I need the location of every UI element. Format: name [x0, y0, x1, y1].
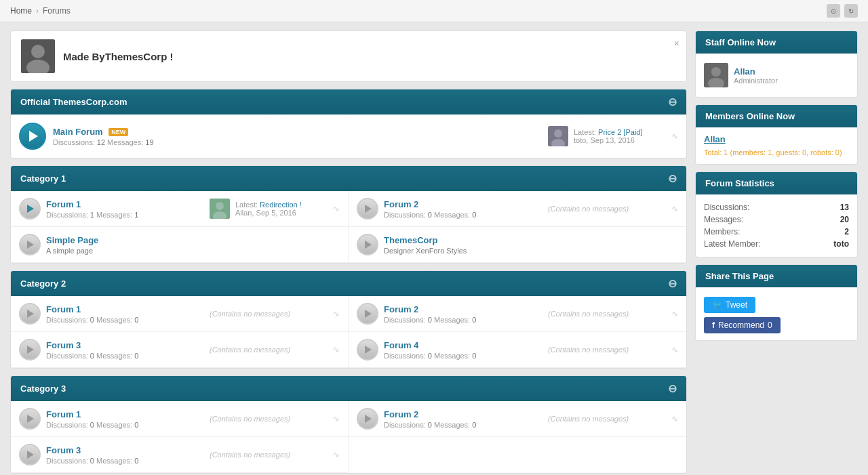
themescorp-name[interactable]: ThemesCorp: [384, 235, 437, 245]
share-section: Share This Page 🐦 Tweet f Recommend 0: [695, 264, 858, 341]
category-1-title: Category 1: [20, 173, 66, 184]
cat2-f1-info: Forum 1 Discussions: 0 Messages: 0: [46, 304, 199, 324]
stats-messages-value: 20: [840, 215, 849, 224]
staff-online-header: Staff Online Now: [696, 31, 857, 54]
staff-online-body: Allan Administrator: [696, 54, 857, 97]
forum-2-name[interactable]: Forum 2: [384, 199, 418, 209]
breadcrumb: Home › Forums ⊙ ↻: [0, 0, 868, 22]
cat3-f3-rss-icon[interactable]: ∿: [333, 450, 340, 459]
cat3-f3-no-messages: (Contains no messages) ∿: [204, 450, 340, 459]
stats-members: Members: 2: [704, 226, 849, 238]
cat3-f1-rss-icon[interactable]: ∿: [333, 414, 340, 424]
category-2-header: Category 2 ⊖: [11, 271, 686, 296]
forum-1-info: Forum 1 Discussions: 1 Messages: 1: [46, 199, 199, 219]
members-online-name[interactable]: Allan: [704, 134, 849, 144]
category-official: Official ThemesCorp.com ⊖ Main Forum NEW…: [10, 89, 687, 159]
category-2-toggle[interactable]: ⊖: [668, 277, 677, 290]
cat2-f2-icon: [357, 303, 378, 325]
forum-statistics-section: Forum Statistics Discussions: 13 Message…: [695, 171, 858, 257]
share-header: Share This Page: [696, 265, 857, 287]
refresh-icon[interactable]: ↻: [844, 4, 858, 18]
cat3-f3-name[interactable]: Forum 3: [46, 445, 81, 455]
category-official-toggle[interactable]: ⊖: [668, 96, 677, 108]
main-forum-name[interactable]: Main Forum: [53, 127, 103, 137]
notice-text: Made ByThemesCorp !: [63, 51, 174, 62]
stats-latest-member-label: Latest Member:: [704, 239, 760, 249]
cat2-f1-rss-icon[interactable]: ∿: [333, 309, 340, 318]
cat2-f4-info: Forum 4 Discussions: 0 Messages: 0: [384, 340, 537, 360]
notice-avatar: [21, 39, 55, 73]
cat2-f3-info: Forum 3 Discussions: 0 Messages: 0: [46, 340, 199, 360]
forum-1-rss-icon[interactable]: ∿: [333, 204, 340, 213]
staff-name[interactable]: Allan: [734, 66, 778, 77]
stats-latest-member-value: toto: [833, 239, 849, 249]
tweet-button[interactable]: 🐦 Tweet: [704, 297, 755, 313]
stats-members-value: 2: [844, 227, 849, 236]
category-3-grid: Forum 1 Discussions: 0 Messages: 0 (Cont…: [11, 401, 686, 473]
list-item: Forum 1 Discussions: 1 Messages: 1 Lates…: [11, 191, 349, 227]
simple-page-meta: A simple page: [46, 247, 340, 255]
forum-2-rss-icon[interactable]: ∿: [671, 204, 678, 213]
simple-page-name[interactable]: Simple Page: [46, 235, 98, 245]
main-forum-arrow-icon: [29, 131, 38, 142]
cat3-f2-name[interactable]: Forum 2: [384, 409, 418, 419]
category-1: Category 1 ⊖ Forum 1 Discussions: 1 Mess…: [10, 165, 687, 264]
cat2-f2-name[interactable]: Forum 2: [384, 304, 418, 314]
staff-online-section: Staff Online Now Allan Administrator: [695, 30, 858, 98]
list-item: Forum 4 Discussions: 0 Messages: 0 (Cont…: [349, 332, 686, 368]
category-1-toggle[interactable]: ⊖: [668, 172, 677, 185]
location-icon[interactable]: ⊙: [827, 4, 840, 18]
twitter-icon: 🐦: [712, 300, 722, 310]
facebook-icon: f: [712, 321, 715, 330]
themescorp-icon: [357, 234, 378, 255]
forum-2-info: Forum 2 Discussions: 0 Messages: 0: [384, 199, 537, 219]
cat2-f3-name[interactable]: Forum 3: [46, 340, 81, 350]
rss-icon[interactable]: ∿: [671, 131, 678, 141]
forum-1-latest-title[interactable]: Redirection !: [260, 201, 302, 209]
cat2-f3-rss-icon[interactable]: ∿: [333, 345, 340, 354]
cat2-f2-rss-icon[interactable]: ∿: [671, 309, 678, 318]
list-item: Simple Page A simple page: [11, 227, 349, 263]
cat2-f4-name[interactable]: Forum 4: [384, 340, 418, 350]
forum-statistics-body: Discussions: 13 Messages: 20 Members: 2 …: [696, 194, 857, 257]
cat3-f2-rss-icon[interactable]: ∿: [671, 414, 678, 424]
members-online-section: Members Online Now Allan Total: 1 (membe…: [695, 104, 858, 165]
cat2-f4-no-messages: (Contains no messages) ∿: [542, 345, 678, 354]
breadcrumb-sep: ›: [36, 6, 39, 16]
forum-1-icon: [19, 198, 41, 220]
cat3-f1-name[interactable]: Forum 1: [46, 409, 81, 419]
forum-1-latest-info: Latest: Redirection ! Allan, Sep 5, 2016: [235, 201, 328, 217]
notice-close-button[interactable]: ×: [674, 38, 679, 49]
members-online-body: Allan Total: 1 (members: 1, guests: 0, r…: [696, 127, 857, 164]
share-buttons: 🐦 Tweet f Recommend 0: [704, 294, 849, 333]
stats-discussions: Discussions: 13: [704, 201, 849, 213]
forum-2-no-messages: (Contains no messages) ∿: [542, 204, 678, 213]
simple-page-info: Simple Page A simple page: [46, 235, 340, 255]
stats-messages-label: Messages:: [704, 215, 743, 224]
main-forum-latest-title[interactable]: Price 2 [Paid]: [598, 128, 642, 136]
category-1-grid: Forum 1 Discussions: 1 Messages: 1 Lates…: [11, 191, 686, 263]
stats-members-label: Members:: [704, 227, 740, 236]
main-forum-latest: Latest: Price 2 [Paid] toto, Sep 13, 201…: [542, 126, 678, 146]
category-3-title: Category 3: [20, 384, 66, 394]
svg-point-4: [554, 129, 562, 138]
facebook-recommend-button[interactable]: f Recommend 0: [704, 317, 781, 333]
category-official-title: Official ThemesCorp.com: [20, 97, 127, 107]
breadcrumb-home[interactable]: Home: [10, 6, 32, 16]
cat3-f1-info: Forum 1 Discussions: 0 Messages: 0: [46, 409, 199, 429]
staff-online-title: Staff Online Now: [705, 37, 776, 47]
members-online-title: Members Online Now: [705, 111, 795, 121]
cat3-f3-info: Forum 3 Discussions: 0 Messages: 0: [46, 445, 199, 465]
cat2-f1-name[interactable]: Forum 1: [46, 304, 81, 314]
main-forum-icon: [19, 123, 46, 150]
list-item: Forum 3 Discussions: 0 Messages: 0 (Cont…: [11, 437, 349, 473]
staff-details: Allan Administrator: [734, 66, 778, 85]
cat3-f1-no-messages: (Contains no messages) ∿: [204, 414, 340, 424]
category-3-toggle[interactable]: ⊖: [668, 382, 677, 395]
category-3: Category 3 ⊖ Forum 1 Discussions: 0 Mess…: [10, 375, 687, 474]
content-column: Made ByThemesCorp ! × Official ThemesCor…: [10, 30, 687, 474]
cat2-f4-rss-icon[interactable]: ∿: [671, 345, 678, 354]
cat2-f4-icon: [357, 339, 378, 360]
list-item: Forum 2 Discussions: 0 Messages: 0 (Cont…: [349, 401, 686, 437]
forum-1-name[interactable]: Forum 1: [46, 199, 81, 209]
